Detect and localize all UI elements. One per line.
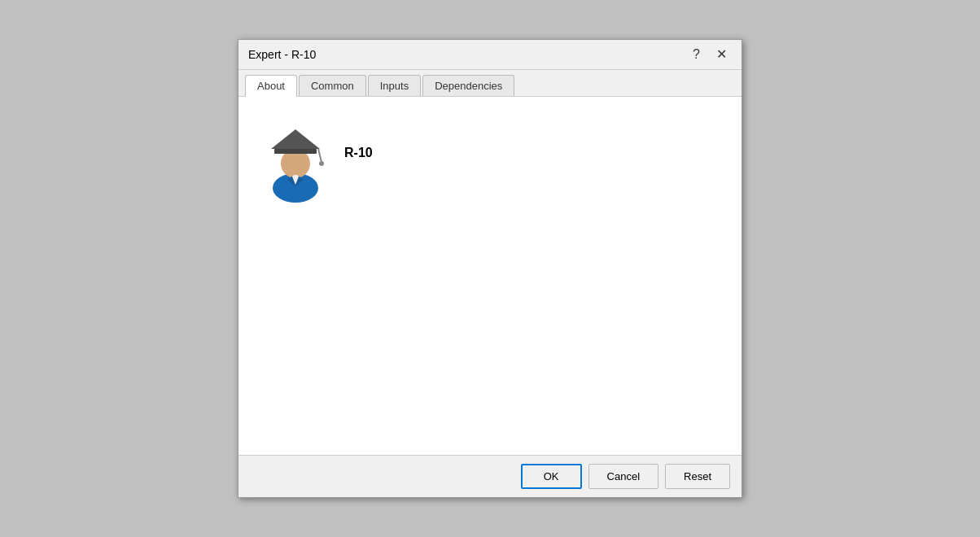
ok-button[interactable]: OK [521, 464, 582, 489]
svg-marker-4 [271, 129, 320, 149]
expert-name-label: R-10 [344, 146, 373, 160]
tab-dependencies[interactable]: Dependencies [422, 75, 514, 96]
dialog-title: Expert - R-10 [248, 48, 316, 61]
tab-about[interactable]: About [245, 75, 297, 97]
expert-icon [263, 121, 328, 203]
reset-button[interactable]: Reset [665, 464, 730, 489]
tab-inputs[interactable]: Inputs [368, 75, 421, 96]
tab-bar: About Common Inputs Dependencies [238, 70, 742, 97]
content-area: R-10 [238, 97, 742, 455]
about-content: R-10 [255, 113, 381, 211]
svg-line-5 [318, 149, 322, 162]
help-button[interactable]: ? [688, 46, 705, 63]
svg-point-6 [319, 161, 324, 166]
close-button[interactable]: ✕ [711, 46, 732, 63]
tab-common[interactable]: Common [299, 75, 366, 96]
footer: OK Cancel Reset [238, 455, 742, 497]
cancel-button[interactable]: Cancel [588, 464, 658, 489]
title-bar-controls: ? ✕ [688, 46, 732, 63]
svg-rect-3 [274, 149, 317, 154]
dialog-window: Expert - R-10 ? ✕ About Common Inputs De… [238, 39, 742, 498]
title-bar: Expert - R-10 ? ✕ [238, 40, 742, 70]
